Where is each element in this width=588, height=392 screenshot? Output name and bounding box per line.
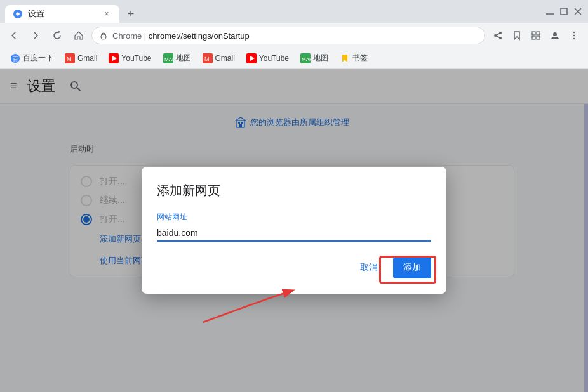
svg-rect-13 [532, 36, 535, 39]
bookmark-bookmarks[interactable]: 书签 [335, 51, 373, 65]
bookmark-maps-2[interactable]: MAP 地图 [295, 51, 333, 65]
bookmark-youtube1-label: YouTube [121, 54, 151, 63]
minimize-icon[interactable] [545, 6, 555, 16]
address-path: chrome://settings/onStartup [149, 31, 250, 41]
add-button[interactable]: 添加 [393, 257, 431, 278]
browser-window: 设置 × + Chr [0, 0, 588, 392]
svg-point-8 [499, 32, 502, 34]
svg-text:M: M [204, 56, 210, 62]
svg-point-18 [573, 38, 575, 39]
bookmark-youtube2-label: YouTube [259, 54, 289, 63]
url-input[interactable] [157, 225, 431, 242]
bookmark-youtube-2[interactable]: YouTube [241, 51, 294, 65]
svg-point-16 [573, 32, 575, 33]
svg-point-9 [499, 37, 502, 39]
restore-icon[interactable] [559, 6, 569, 16]
tab-title: 设置 [28, 8, 97, 20]
address-origin: Chrome | [112, 31, 149, 41]
cancel-button[interactable]: 取消 [350, 257, 388, 278]
tab-view-button[interactable] [527, 27, 545, 44]
address-bar[interactable]: Chrome | chrome://settings/onStartup [91, 27, 485, 44]
bookmark-gmail-2[interactable]: M Gmail [197, 51, 240, 65]
forward-button[interactable] [27, 27, 44, 44]
nav-actions [489, 27, 583, 44]
bookmark-baidu-label: 百度一下 [23, 53, 53, 63]
bookmark-button[interactable] [508, 27, 526, 44]
bookmark-bookmarks-label: 书签 [352, 53, 368, 63]
modal-field-label: 网站网址 [157, 212, 431, 223]
new-tab-button[interactable]: + [122, 5, 140, 23]
bookmark-gmail-1[interactable]: M Gmail [60, 51, 102, 65]
svg-text:MAP: MAP [302, 56, 311, 62]
menu-button[interactable] [565, 27, 583, 44]
bookmark-maps1-label: 地图 [176, 53, 191, 63]
lock-icon [98, 30, 109, 41]
nav-bar: Chrome | chrome://settings/onStartup [0, 23, 588, 48]
bookmark-gmail2-label: Gmail [215, 54, 235, 63]
modal-overlay: 添加新网页 网站网址 取消 添加 [0, 69, 588, 392]
bookmark-maps-1[interactable]: MAP 地图 [158, 51, 196, 65]
add-page-modal: 添加新网页 网站网址 取消 添加 [142, 167, 446, 294]
home-button[interactable] [70, 27, 88, 44]
close-icon[interactable] [573, 6, 583, 16]
active-tab[interactable]: 设置 × [5, 5, 119, 23]
tab-close-button[interactable]: × [102, 9, 112, 19]
reload-button[interactable] [48, 27, 66, 44]
tab-area: 设置 × + [5, 0, 537, 23]
window-controls [540, 6, 583, 16]
modal-actions: 取消 添加 [157, 257, 431, 278]
tab-favicon [13, 9, 23, 19]
page-content: ≡ 设置 您的浏览器由所属组织管理 启动时 [0, 69, 588, 392]
svg-text:百: 百 [13, 56, 18, 62]
svg-rect-3 [561, 8, 567, 15]
back-button[interactable] [5, 27, 23, 44]
bookmarks-bar: 百 百度一下 M Gmail YouTube MAP 地图 M Gmail Yo… [0, 48, 588, 69]
svg-rect-12 [537, 32, 540, 35]
bookmark-gmail1-label: Gmail [77, 54, 97, 63]
share-button[interactable] [489, 27, 507, 44]
svg-rect-11 [532, 32, 535, 35]
bookmark-baidu[interactable]: 百 百度一下 [5, 51, 58, 65]
svg-point-1 [17, 13, 20, 16]
address-text: Chrome | chrome://settings/onStartup [112, 31, 478, 41]
profile-button[interactable] [546, 27, 564, 44]
title-bar: 设置 × + [0, 0, 588, 23]
svg-point-10 [494, 34, 497, 37]
svg-point-17 [573, 35, 575, 36]
svg-text:MAP: MAP [164, 56, 173, 62]
svg-rect-14 [537, 36, 540, 39]
svg-text:M: M [67, 56, 72, 62]
bookmark-maps2-label: 地图 [313, 53, 328, 63]
bookmark-youtube-1[interactable]: YouTube [104, 51, 156, 65]
svg-point-15 [553, 32, 557, 36]
modal-title: 添加新网页 [157, 182, 431, 199]
